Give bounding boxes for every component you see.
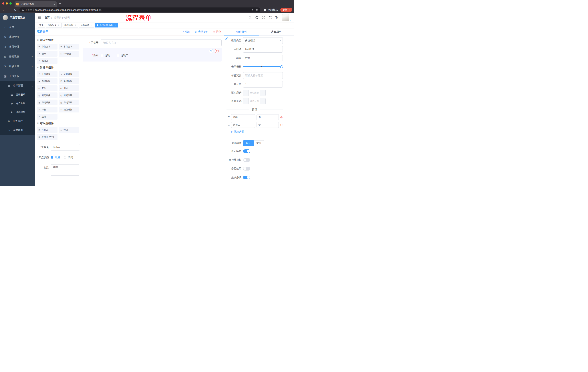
style-button-button[interactable]: 按钮 bbox=[254, 140, 264, 146]
palette-item-time-range[interactable]: ◶时间范围 bbox=[59, 93, 80, 98]
remove-option-icon[interactable]: ⊖ bbox=[280, 116, 283, 119]
tag-process-definition[interactable]: 流程定义 × bbox=[46, 23, 62, 28]
close-icon[interactable]: × bbox=[57, 24, 60, 26]
forward-icon[interactable]: → bbox=[7, 8, 12, 12]
browser-tab[interactable]: 芋道管理系统 × bbox=[15, 1, 57, 7]
status-on-label[interactable]: 开启 bbox=[55, 156, 60, 159]
sidebar-item-process-form[interactable]: ▤ 流程表单 bbox=[0, 90, 35, 99]
font-size-icon[interactable]: TT bbox=[275, 16, 278, 19]
bookmark-star-icon[interactable] bbox=[255, 9, 258, 11]
reload-icon[interactable]: ↻ bbox=[13, 8, 18, 12]
max-select-input[interactable] bbox=[249, 98, 260, 104]
copy-component-button[interactable] bbox=[209, 49, 213, 53]
key-icon[interactable] bbox=[252, 9, 254, 11]
palette-item-checkbox-group[interactable]: ☑多选框组 bbox=[59, 78, 80, 84]
close-icon[interactable]: × bbox=[74, 24, 76, 26]
border-toggle[interactable] bbox=[243, 158, 250, 162]
sidebar-item-workflow[interactable]: ▣ 工作流程 ▴ bbox=[0, 71, 35, 81]
min-select-input[interactable] bbox=[249, 90, 260, 96]
component-type-select[interactable]: 多选框组 ▾ bbox=[243, 37, 283, 44]
palette-item-button[interactable]: ▱按钮 bbox=[59, 127, 80, 133]
remark-textarea[interactable]: 嘿嘿 bbox=[51, 164, 79, 176]
address-bar[interactable]: 不安全 dashboard.yudao.iocoder.cn/bpm/manag… bbox=[20, 8, 260, 12]
show-label-toggle[interactable] bbox=[243, 149, 250, 153]
search-icon[interactable] bbox=[249, 16, 252, 19]
default-value-input[interactable] bbox=[243, 81, 283, 87]
decrease-icon[interactable]: − bbox=[243, 90, 249, 96]
drag-handle-icon[interactable]: ☰ bbox=[228, 124, 230, 126]
avatar[interactable] bbox=[282, 14, 289, 21]
sidebar-item-leave-query[interactable]: ☺ 请假查询 bbox=[0, 126, 35, 135]
new-tab-button[interactable]: + bbox=[59, 2, 61, 5]
status-off-label[interactable]: 关闭 bbox=[68, 156, 73, 159]
sidebar-item-system-management[interactable]: ⚙ 系统管理 ▾ bbox=[0, 32, 35, 42]
status-on-radio[interactable] bbox=[51, 156, 53, 159]
close-icon[interactable]: × bbox=[90, 24, 93, 26]
phone-input[interactable] bbox=[101, 40, 221, 46]
drag-handle-icon[interactable]: ☰ bbox=[228, 116, 230, 119]
fold-sidebar-icon[interactable] bbox=[38, 16, 41, 20]
palette-item-switch[interactable]: ⊶开关 bbox=[37, 85, 57, 91]
sidebar-item-dev-tools[interactable]: ⚒ 研发工具 ▾ bbox=[0, 62, 35, 71]
close-window-button[interactable] bbox=[2, 2, 4, 5]
palette-item-time-picker[interactable]: ◷时间选择 bbox=[37, 93, 57, 98]
increase-icon[interactable]: + bbox=[260, 98, 265, 104]
palette-item-counter[interactable]: 123计数器 bbox=[59, 51, 80, 57]
option-label-input[interactable] bbox=[231, 114, 255, 120]
help-icon[interactable]: ? bbox=[262, 16, 265, 19]
palette-item-slider[interactable]: ⊷滑块 bbox=[59, 85, 80, 91]
tag-home[interactable]: 首页 bbox=[38, 23, 45, 28]
title-input[interactable] bbox=[243, 55, 283, 61]
palette-item-cascader[interactable]: ⌥级联选择 bbox=[59, 71, 80, 77]
sidebar-item-infrastructure[interactable]: ⊞ 基础设施 ▾ bbox=[0, 52, 35, 62]
form-name-input[interactable] bbox=[51, 144, 80, 150]
canvas-field-phone[interactable]: *手机号 bbox=[83, 40, 221, 46]
gender-option1-checkbox[interactable] bbox=[101, 54, 103, 57]
form-canvas[interactable]: *手机号 bbox=[81, 35, 224, 186]
status-off-radio[interactable] bbox=[64, 156, 66, 159]
breadcrumb-home[interactable]: 首页 bbox=[45, 16, 50, 19]
palette-item-table[interactable]: ▩表格[开发中] bbox=[37, 134, 57, 140]
palette-item-date-range[interactable]: ▥日期范围 bbox=[59, 100, 80, 105]
view-json-button[interactable]: 查看json bbox=[194, 30, 208, 33]
palette-item-editor[interactable]: ✎编辑器 bbox=[37, 58, 57, 64]
sidebar-item-home[interactable]: ⌂ 首页 bbox=[0, 22, 35, 32]
option-value-input[interactable] bbox=[257, 114, 279, 120]
tab-form-props[interactable]: 表单属性 bbox=[259, 28, 294, 35]
close-icon[interactable]: × bbox=[114, 24, 117, 26]
tab-component-props[interactable]: 组件属性 bbox=[224, 28, 259, 35]
update-button[interactable]: 更新 ⋮ bbox=[280, 8, 292, 12]
gender-option1-label[interactable]: 选项一 bbox=[105, 54, 112, 57]
delete-component-button[interactable] bbox=[215, 49, 219, 53]
increase-icon[interactable]: + bbox=[260, 90, 265, 96]
option-value-input[interactable] bbox=[257, 122, 279, 128]
sidebar-item-process-management[interactable]: ≣ 流程管理 ▴ bbox=[0, 81, 35, 90]
palette-item-date-picker[interactable]: ▦日期选择 bbox=[37, 100, 57, 105]
zoom-window-button[interactable] bbox=[10, 2, 12, 5]
disabled-toggle[interactable] bbox=[243, 167, 250, 170]
palette-item-color-picker[interactable]: ✿颜色选择 bbox=[59, 107, 80, 112]
save-button[interactable]: ✓ 保存 bbox=[182, 30, 191, 33]
palette-item-single-line-text[interactable]: ▭单行文本 bbox=[37, 44, 57, 50]
sidebar-item-payment-management[interactable]: ¥ 支付管理 ▾ bbox=[0, 42, 35, 52]
add-option-button[interactable]: ⊕ 添加选项 bbox=[231, 130, 283, 133]
decrease-icon[interactable]: − bbox=[243, 98, 249, 104]
tag-process-model[interactable]: 流程模型 × bbox=[63, 23, 78, 28]
remove-option-icon[interactable]: ⊖ bbox=[280, 123, 283, 127]
style-default-button[interactable]: 默认 bbox=[243, 140, 254, 146]
sidebar-item-process-model[interactable]: ➤ 流程模型 bbox=[0, 108, 35, 117]
sidebar-item-task-management[interactable]: ⋔ 任务管理 ▾ bbox=[0, 117, 35, 126]
tag-process-form-edit[interactable]: 流程表单-编辑 × bbox=[95, 23, 118, 28]
option-label-input[interactable] bbox=[231, 122, 255, 128]
sidebar-item-user-group[interactable]: ☻ 用户分组 bbox=[0, 99, 35, 108]
palette-item-rate[interactable]: ☆评分 bbox=[37, 107, 57, 112]
palette-item-multi-line-text[interactable]: ☰多行文本 bbox=[59, 44, 80, 50]
github-icon[interactable] bbox=[255, 16, 259, 19]
browser-menu-icon[interactable]: ⋮ bbox=[288, 9, 291, 11]
palette-item-row-container[interactable]: ◫行容器 bbox=[37, 127, 57, 133]
tag-process-form[interactable]: 流程表单 × bbox=[79, 23, 94, 28]
gender-option2-checkbox[interactable] bbox=[117, 54, 119, 57]
gender-option2-label[interactable]: 选项二 bbox=[121, 54, 128, 57]
label-width-input[interactable] bbox=[243, 72, 283, 79]
field-name-input[interactable] bbox=[243, 46, 283, 53]
